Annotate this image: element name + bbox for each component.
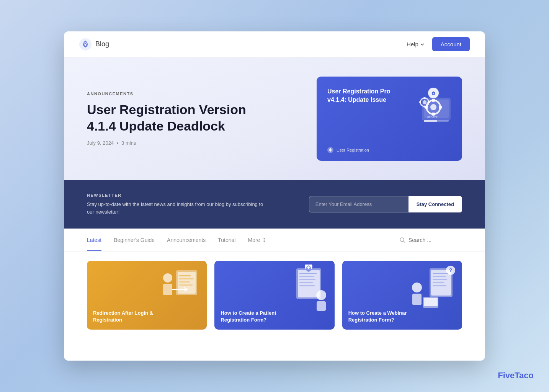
newsletter-section: NEWSLETTER Stay up-to-date with the late… <box>64 180 485 229</box>
fivetaco-suffix: Taco <box>515 371 534 380</box>
card1-illustration <box>157 265 203 314</box>
hero-left: ANNOUNCEMENTS User Registration Version … <box>87 91 248 146</box>
tabs-bar: Latest Beginner's Guide Announcements Tu… <box>64 229 485 252</box>
card-2-label: How to Create a Patient Registration For… <box>221 310 282 323</box>
hero-image-footer-text: User Registration <box>337 148 369 152</box>
svg-rect-13 <box>424 106 426 108</box>
hero-image-content: User Registration Pro v4.1.4: Update Iss… <box>317 77 462 161</box>
svg-rect-43 <box>299 285 315 286</box>
card-3-label: How to Create a Webinar Registration For… <box>348 310 410 323</box>
fivetaco-watermark: FiveTaco <box>498 371 534 381</box>
logo-area: Blog <box>79 38 109 51</box>
card-1-label: Redirection After Login & Registration <box>93 310 154 323</box>
cards-row: Redirection After Login & Registration ✚ <box>64 252 485 361</box>
newsletter-right: Stay Connected <box>309 196 462 212</box>
svg-text:✿: ✿ <box>431 91 435 96</box>
help-button[interactable]: Help <box>407 41 425 47</box>
tab-announcements[interactable]: Announcements <box>167 229 206 251</box>
hero-meta: July 9, 2024 3 mins <box>87 140 248 146</box>
tab-beginners-guide[interactable]: Beginner's Guide <box>114 229 155 251</box>
stay-connected-button[interactable]: Stay Connected <box>408 196 462 212</box>
more-dots-icon <box>261 237 267 243</box>
hero-read-time: 3 mins <box>121 140 136 146</box>
logo-text: Blog <box>95 40 109 48</box>
svg-point-1 <box>85 44 87 46</box>
svg-rect-42 <box>299 282 313 283</box>
gears-illustration: ✿ UPDATE... <box>401 82 454 136</box>
tab-latest[interactable]: Latest <box>87 229 101 251</box>
svg-rect-51 <box>433 276 446 277</box>
svg-rect-52 <box>433 279 447 280</box>
svg-rect-45 <box>317 301 326 311</box>
tabs-section: Latest Beginner's Guide Announcements Tu… <box>64 229 485 361</box>
svg-rect-30 <box>179 278 194 279</box>
svg-rect-41 <box>299 279 315 280</box>
svg-rect-50 <box>433 273 448 274</box>
tab-more[interactable]: More <box>248 237 267 243</box>
newsletter-tag: NEWSLETTER <box>87 193 271 198</box>
svg-rect-9 <box>439 106 442 109</box>
logo-icon <box>79 38 92 51</box>
hero-image-title: User Registration Pro v4.1.4: Update Iss… <box>327 87 396 105</box>
svg-line-26 <box>404 241 405 243</box>
search-area <box>399 237 462 243</box>
svg-point-22 <box>264 238 265 239</box>
svg-rect-19 <box>424 120 437 122</box>
svg-rect-28 <box>178 272 196 294</box>
svg-point-23 <box>264 239 265 240</box>
card2-illustration: ✚ <box>285 265 331 314</box>
hero-image-footer: User Registration <box>327 147 451 153</box>
search-icon <box>399 237 405 243</box>
hero-tag: ANNOUNCEMENTS <box>87 91 248 96</box>
hero-section: ANNOUNCEMENTS User Registration Version … <box>64 57 485 180</box>
svg-text:?: ? <box>449 267 453 273</box>
svg-point-55 <box>412 283 422 292</box>
svg-rect-53 <box>433 282 444 283</box>
svg-rect-29 <box>179 275 191 276</box>
hero-image[interactable]: User Registration Pro v4.1.4: Update Iss… <box>317 77 462 161</box>
svg-point-11 <box>423 100 426 104</box>
card-webinar-form[interactable]: ? How to Create <box>342 261 462 330</box>
svg-rect-6 <box>432 99 435 102</box>
card-redirection[interactable]: Redirection After Login & Registration <box>87 261 207 330</box>
svg-rect-31 <box>179 281 190 283</box>
hero-title: User Registration Version 4.1.4 Update D… <box>87 101 248 134</box>
svg-rect-56 <box>412 294 422 305</box>
chevron-down-icon <box>420 42 425 47</box>
svg-rect-32 <box>179 284 193 286</box>
svg-rect-40 <box>299 276 314 277</box>
svg-text:UPDATE...: UPDATE... <box>427 116 440 119</box>
hero-date: July 9, 2024 <box>87 140 114 146</box>
email-input[interactable] <box>309 196 408 212</box>
svg-rect-39 <box>299 273 317 274</box>
header: Blog Help Account <box>64 31 485 57</box>
svg-point-24 <box>264 241 265 242</box>
tab-tutorial[interactable]: Tutorial <box>218 229 235 251</box>
svg-point-33 <box>163 273 172 283</box>
account-button[interactable]: Account <box>432 37 470 51</box>
newsletter-description: Stay up-to-date with the latest news and… <box>87 201 271 216</box>
browser-window: Blog Help Account ANNOUNCEMENTS User Reg… <box>64 31 485 361</box>
svg-point-25 <box>400 238 404 242</box>
svg-rect-14 <box>419 101 421 103</box>
search-input[interactable] <box>408 237 462 243</box>
newsletter-left: NEWSLETTER Stay up-to-date with the late… <box>87 193 271 216</box>
svg-rect-15 <box>428 101 430 103</box>
header-right: Help Account <box>407 37 470 51</box>
svg-point-44 <box>316 290 326 300</box>
meta-dot <box>117 142 118 144</box>
svg-rect-7 <box>432 113 435 116</box>
svg-text:✚: ✚ <box>307 265 310 270</box>
svg-rect-54 <box>433 285 446 286</box>
svg-rect-34 <box>163 284 172 295</box>
svg-rect-58 <box>424 298 438 306</box>
card-patient-form[interactable]: ✚ How to Create a Patient Registration F… <box>214 261 334 330</box>
card3-illustration: ? <box>408 265 458 314</box>
svg-point-5 <box>430 104 436 110</box>
tabs-left: Latest Beginner's Guide Announcements Tu… <box>87 229 267 251</box>
fivetaco-prefix: Five <box>498 371 515 380</box>
footer-logo-icon <box>327 147 333 153</box>
svg-rect-12 <box>424 97 426 99</box>
